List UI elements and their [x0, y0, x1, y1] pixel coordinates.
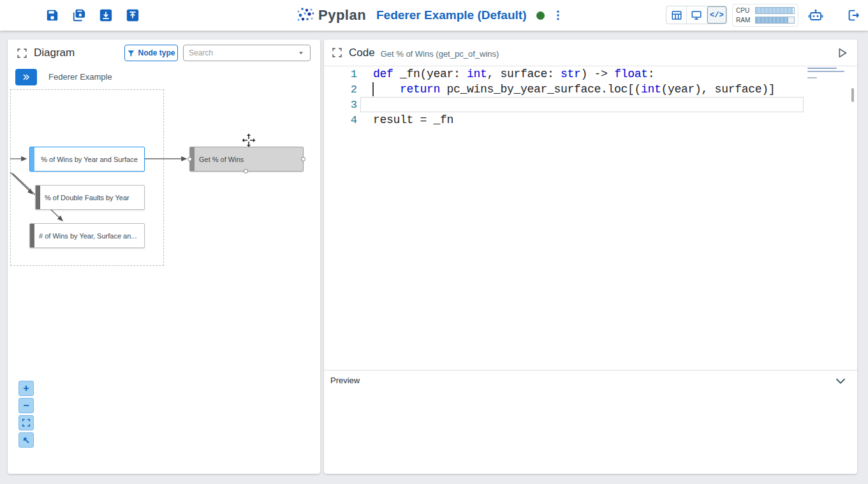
download-icon [99, 8, 113, 22]
search-input[interactable] [189, 48, 297, 57]
node-type-filter-button[interactable]: Node type [124, 45, 178, 61]
node-num-wins-by-year-surface[interactable]: # of Wins by Year, Surface an... [29, 223, 145, 248]
save-icon [45, 8, 59, 22]
diagram-panel: Diagram Node type Federer Example [8, 40, 320, 474]
logout-button[interactable] [846, 8, 861, 23]
search-select[interactable] [183, 45, 311, 61]
expand-icon [17, 48, 27, 59]
assistant-button[interactable] [807, 8, 824, 23]
view-code-button[interactable]: </> [707, 6, 726, 24]
code-line[interactable]: 3 [324, 97, 857, 112]
more-menu-button[interactable] [551, 8, 565, 23]
zoom-out-button[interactable]: − [18, 398, 34, 413]
diagram-header: Diagram Node type [8, 40, 320, 66]
status-dot [536, 11, 545, 20]
model-title[interactable]: Federer Example (Default) [376, 8, 526, 22]
kebab-icon [552, 9, 564, 22]
ram-bar [755, 17, 795, 24]
double-chevron-right-icon [21, 73, 31, 82]
connector-handle[interactable] [188, 157, 192, 161]
node-label: # of Wins by Year, Surface an... [30, 232, 136, 240]
code-header: Code Get % of Wins (get_pc_of_wins) [324, 40, 857, 66]
cpu-bar [755, 7, 795, 14]
move-cursor-icon [241, 133, 256, 148]
monitor-icon [691, 10, 702, 21]
node-label: % of Double Faults by Year [36, 194, 129, 202]
upload-icon [126, 8, 140, 22]
preview-collapse-button[interactable] [833, 373, 848, 388]
node-pc-double-faults-by-year[interactable]: % of Double Faults by Year [35, 185, 145, 210]
code-title: Code [349, 47, 375, 59]
code-panel: Code Get % of Wins (get_pc_of_wins) 1def… [324, 40, 857, 474]
ram-label: RAM [736, 17, 750, 24]
preview-header: Preview [324, 370, 857, 390]
filter-funnel-icon [127, 49, 135, 57]
download-button[interactable] [98, 8, 114, 23]
diagram-title: Diagram [34, 47, 75, 59]
zoom-out-icon: − [23, 400, 29, 411]
logout-icon [846, 8, 860, 22]
code-tag-icon: </> [710, 11, 724, 20]
node-color-bar [36, 186, 40, 209]
upload-button[interactable] [125, 8, 140, 23]
expand-diagram-button[interactable] [17, 48, 27, 59]
topbar: Pyplan Federer Example (Default) </> CPU… [0, 0, 868, 31]
code-line[interactable]: 2 return pc_wins_by_year_surface.loc[(in… [324, 82, 857, 97]
ram-bar-fill [756, 17, 788, 23]
view-table-button[interactable] [666, 6, 686, 24]
table-icon [671, 10, 682, 21]
code-lines: 1def _fn(year: int, surface: str) -> flo… [324, 66, 857, 128]
line-number: 3 [324, 99, 365, 111]
code-editor[interactable]: 1def _fn(year: int, surface: str) -> flo… [324, 66, 857, 370]
node-pc-wins-by-year-surface[interactable]: % of Wins by Year and Surface [29, 147, 145, 172]
zoom-in-icon: + [23, 383, 29, 394]
pointer-arrow-icon: ↖ [22, 435, 30, 445]
node-color-bar [30, 147, 34, 171]
line-content: def _fn(year: int, surface: str) -> floa… [373, 68, 654, 80]
expand-sidebar-button[interactable] [15, 69, 37, 85]
node-label: Get % of Wins [190, 156, 244, 163]
line-content: return pc_wins_by_year_surface.loc[(int(… [373, 83, 775, 96]
expand-icon [332, 47, 342, 58]
view-switcher: </> [666, 6, 727, 24]
expand-code-button[interactable] [332, 47, 342, 58]
save-copy-icon [72, 8, 86, 22]
text-cursor [372, 82, 374, 96]
line-number: 4 [324, 114, 365, 126]
save-button[interactable] [45, 8, 60, 23]
scrollbar-thumb[interactable] [851, 88, 854, 102]
line-content: result = _fn [373, 114, 453, 126]
node-color-bar [30, 224, 34, 247]
save-copy-button[interactable] [71, 8, 87, 23]
cpu-bar-fill [756, 8, 793, 13]
zoom-in-button[interactable]: + [18, 381, 34, 396]
pyplan-logo-icon [295, 6, 315, 24]
code-line[interactable]: 1def _fn(year: int, surface: str) -> flo… [324, 66, 857, 82]
connector-handle[interactable] [301, 157, 305, 161]
fit-screen-icon [22, 418, 31, 427]
apps-grid-icon[interactable] [8, 8, 22, 22]
node-get-pc-of-wins[interactable]: Get % of Wins [189, 147, 304, 172]
line-number: 2 [324, 84, 365, 96]
zoom-fit-button[interactable] [18, 415, 34, 430]
app-name: Pyplan [318, 7, 366, 24]
preview-title: Preview [330, 376, 360, 385]
connector-handle[interactable] [244, 169, 248, 173]
chevron-down-icon [834, 374, 848, 388]
diagram-canvas[interactable]: % of Wins by Year and Surface Get % of W… [8, 88, 320, 474]
chevron-down-icon [297, 49, 305, 57]
line-number: 1 [324, 68, 365, 80]
zoom-pointer-button[interactable]: ↖ [18, 432, 34, 448]
view-screen-button[interactable] [686, 6, 706, 24]
cpu-label: CPU [736, 7, 749, 14]
robot-icon [808, 8, 823, 23]
resource-monitor: CPU RAM [732, 4, 798, 27]
code-line[interactable]: 4result = _fn [324, 112, 857, 128]
run-node-button[interactable] [834, 45, 850, 61]
breadcrumb[interactable]: Federer Example [48, 72, 112, 82]
node-label: % of Wins by Year and Surface [36, 156, 138, 163]
node-type-label: Node type [138, 48, 175, 57]
play-icon [835, 46, 849, 60]
code-subtitle: Get % of Wins (get_pc_of_wins) [381, 49, 499, 59]
minimap[interactable] [807, 68, 850, 106]
